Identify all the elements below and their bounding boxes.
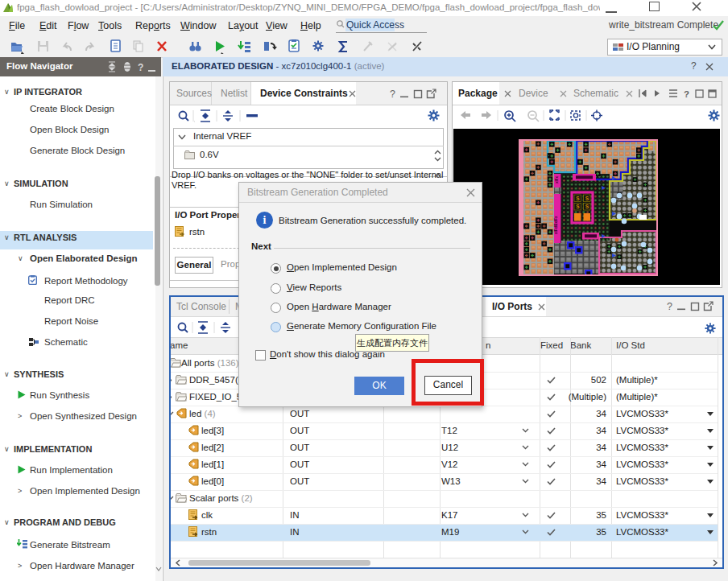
svg-text:S: S [576, 204, 580, 209]
svg-text:?: ? [667, 301, 672, 312]
svg-text:xIFxIBxIFx: xIFxIBxIFx [554, 216, 558, 234]
svg-text:?: ? [684, 89, 689, 99]
svg-text:?: ? [390, 89, 395, 100]
svg-text:xIFx: xIFx [555, 175, 559, 183]
svg-text:?: ? [138, 62, 143, 72]
svg-text:S: S [576, 196, 580, 201]
svg-text:S: S [585, 196, 589, 201]
svg-text:S: S [585, 204, 589, 209]
